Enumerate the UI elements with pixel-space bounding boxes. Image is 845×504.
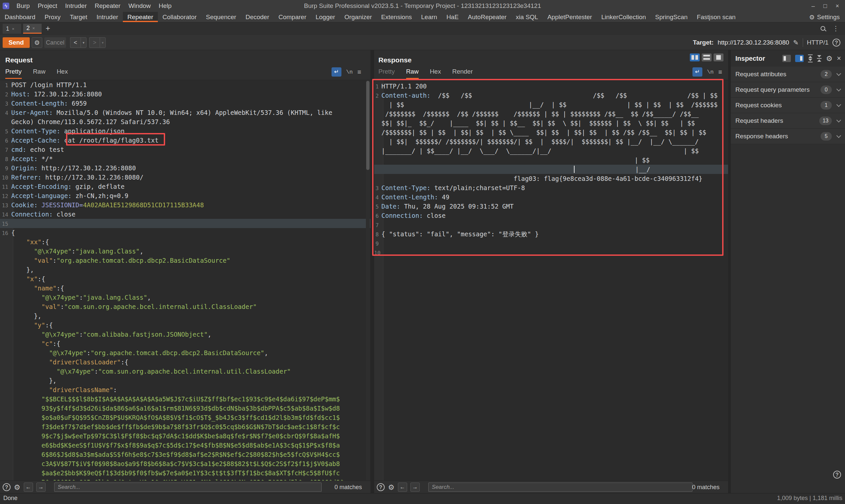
search-prev-icon[interactable]: ← [398, 483, 407, 492]
editor-row: "val":"org.apache.tomcat.dbcp.dbcp2.Basi… [0, 256, 370, 265]
request-editor[interactable]: 1POST /login HTTP/1.12Host: 172.30.12.23… [0, 80, 370, 481]
dock-left-toggle[interactable] [782, 55, 791, 62]
history-back-button[interactable]: < ▾ [70, 37, 87, 48]
collapse-all-icon[interactable] [817, 55, 822, 62]
menu-item-project[interactable]: Project [34, 0, 61, 12]
show-newlines-icon[interactable]: \n [707, 69, 714, 75]
close-tab-icon[interactable]: × [32, 26, 35, 31]
search-next-icon[interactable]: → [36, 483, 46, 492]
tab-raw[interactable]: Raw [406, 68, 419, 79]
search-prev-icon[interactable]: ← [24, 483, 33, 492]
inspector-section-response-headers[interactable]: Response headers5 [731, 129, 845, 144]
cancel-button[interactable]: Cancel [44, 37, 66, 48]
tab-sequencer[interactable]: Sequencer [201, 12, 241, 22]
add-tab-button[interactable]: + [46, 24, 50, 33]
http-version-label[interactable]: HTTP/1 [807, 39, 828, 46]
inspector-help-icon[interactable]: ? [833, 471, 841, 479]
tab-extensions[interactable]: Extensions [376, 12, 417, 22]
forward-arrow[interactable]: > [89, 37, 100, 48]
send-button[interactable]: Send [3, 37, 30, 48]
search-next-icon[interactable]: → [410, 483, 420, 492]
scrollbar-thumb[interactable] [366, 81, 370, 170]
chevron-down-icon[interactable] [837, 71, 841, 76]
close-tab-icon[interactable]: × [12, 26, 15, 31]
tab-linkercollection[interactable]: LinkerCollection [597, 12, 651, 22]
tab-raw[interactable]: Raw [33, 68, 46, 79]
inspector-section-request-attributes[interactable]: Request attributes2 [731, 67, 845, 82]
columns-layout-button[interactable] [690, 53, 700, 61]
menu-item-intruder[interactable]: Intruder [61, 0, 90, 12]
tab-springscan[interactable]: SpringScan [651, 12, 692, 22]
tab-settings[interactable]: ⚙ Settings [804, 12, 845, 22]
tab-hae[interactable]: HaE [442, 12, 463, 22]
tab-render[interactable]: Render [452, 68, 473, 79]
search-help-icon[interactable]: ? [377, 483, 385, 491]
minimize-icon[interactable]: – [812, 3, 815, 10]
expand-all-icon[interactable] [808, 54, 813, 62]
tab-repeater[interactable]: Repeater [123, 12, 158, 22]
close-icon[interactable]: × [835, 3, 839, 10]
search-help-icon[interactable]: ? [3, 483, 11, 491]
repeater-tab-2[interactable]: 2× [23, 24, 41, 34]
send-options-gear-icon[interactable]: ⚙ [32, 37, 42, 48]
request-scrollbar[interactable] [366, 80, 370, 481]
inspector-settings-gear-icon[interactable]: ⚙ [826, 54, 832, 63]
tab-organizer[interactable]: Organizer [340, 12, 376, 22]
tab-proxy[interactable]: Proxy [40, 12, 65, 22]
tab-decoder[interactable]: Decoder [241, 12, 274, 22]
help-icon[interactable]: ? [832, 39, 840, 47]
search-settings-gear-icon[interactable]: ⚙ [14, 483, 20, 491]
tab-pretty[interactable]: Pretty [379, 68, 395, 79]
menu-item-burp[interactable]: Burp [13, 0, 34, 12]
word-wrap-icon[interactable]: ↵ [332, 67, 341, 76]
editor-menu-icon[interactable]: ≡ [718, 68, 722, 76]
chevron-down-icon[interactable] [837, 133, 841, 138]
panel-splitter[interactable] [728, 50, 730, 493]
menu-item-help[interactable]: Help [155, 0, 176, 12]
forward-dropdown[interactable]: ▾ [100, 37, 106, 48]
word-wrap-icon[interactable]: ↵ [692, 67, 702, 76]
tab-appletpentester[interactable]: AppletPentester [543, 12, 597, 22]
panel-splitter[interactable] [370, 50, 374, 493]
inspector-section-request-headers[interactable]: Request headers13 [731, 113, 845, 129]
search-input[interactable] [428, 483, 692, 492]
rows-layout-button[interactable] [702, 53, 711, 61]
tab-pretty[interactable]: Pretty [5, 68, 22, 79]
history-forward-button[interactable]: > ▾ [89, 37, 106, 48]
tab-collaborator[interactable]: Collaborator [158, 12, 201, 22]
inspector-section-request-cookies[interactable]: Request cookies1 [731, 98, 845, 113]
response-editor[interactable]: 1HTTP/1.1 2002Content-auth: /$$ /$$ /$$ … [374, 80, 728, 481]
editor-menu-icon[interactable]: ≡ [357, 68, 361, 76]
tab-xia-sql[interactable]: xia SQL [511, 12, 543, 22]
tab-comparer[interactable]: Comparer [274, 12, 311, 22]
kebab-menu-icon[interactable]: ⋮ [832, 24, 839, 32]
repeater-tab-1[interactable]: 1× [3, 24, 21, 34]
back-arrow[interactable]: < [70, 37, 81, 48]
search-icon[interactable] [821, 26, 825, 31]
tab-hex[interactable]: Hex [430, 68, 441, 79]
single-layout-button[interactable] [714, 53, 723, 61]
tab-logger[interactable]: Logger [311, 12, 340, 22]
tab-learn[interactable]: Learn [417, 12, 442, 22]
tab-fastjson-scan[interactable]: Fastjson scan [692, 12, 740, 22]
dock-right-toggle[interactable] [795, 55, 804, 62]
search-input[interactable] [54, 483, 322, 492]
edit-target-pencil-icon[interactable]: ✎ [793, 39, 799, 47]
search-settings-gear-icon[interactable]: ⚙ [388, 483, 394, 491]
chevron-down-icon[interactable] [837, 118, 841, 123]
show-newlines-icon[interactable]: \n [346, 69, 353, 75]
back-dropdown[interactable]: ▾ [81, 37, 87, 48]
chevron-down-icon[interactable] [837, 102, 841, 107]
menu-item-window[interactable]: Window [124, 0, 155, 12]
chevron-down-icon[interactable] [837, 87, 841, 91]
inspector-close-icon[interactable]: × [837, 54, 841, 63]
tab-hex[interactable]: Hex [57, 68, 68, 79]
editor-row: 6Connection: close [374, 211, 728, 220]
menu-item-repeater[interactable]: Repeater [91, 0, 124, 12]
tab-intruder[interactable]: Intruder [92, 12, 123, 22]
tab-dashboard[interactable]: Dashboard [0, 12, 40, 22]
tab-target[interactable]: Target [65, 12, 92, 22]
maximize-icon[interactable]: □ [824, 3, 827, 10]
tab-autorepeater[interactable]: AutoRepeater [463, 12, 511, 22]
inspector-section-request-query-parameters[interactable]: Request query parameters0 [731, 82, 845, 98]
